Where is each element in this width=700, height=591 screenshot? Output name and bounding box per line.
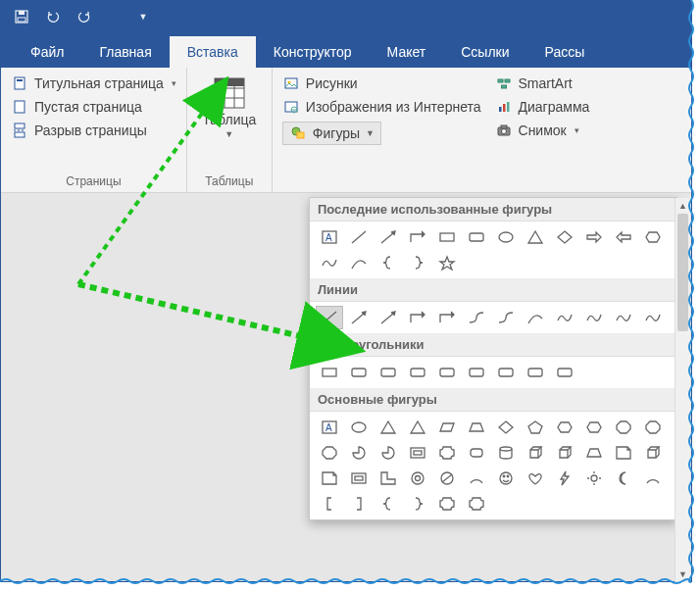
shape-brace2[interactable] [404,492,431,516]
shape-sun[interactable] [580,467,608,490]
shape-noSymbol[interactable] [433,467,461,490]
tab-home[interactable]: Главная [81,36,169,68]
shape-trapezoid[interactable] [463,416,490,439]
shape-frame[interactable] [345,467,373,490]
shape-oval[interactable] [345,416,373,439]
shapes-button[interactable]: Фигуры ▼ [282,122,381,145]
shape-diamond[interactable] [492,416,520,439]
shape-roundrect[interactable] [463,225,490,249]
shape-plaque[interactable] [463,492,490,516]
shape-roundrect[interactable] [551,361,578,384]
shape-line[interactable] [316,306,343,329]
shape-hexagon[interactable] [639,225,667,249]
shape-roundrect[interactable] [522,361,549,384]
shape-triangle[interactable] [375,416,402,439]
shape-octagon[interactable] [639,416,667,439]
shape-octagon[interactable] [316,441,343,465]
shape-cube[interactable] [639,441,667,465]
shape-freeform[interactable] [551,306,578,329]
shape-trapezoid[interactable] [580,441,608,465]
tab-design[interactable]: Конструктор [256,36,370,68]
shape-elbow[interactable] [433,306,461,329]
shape-octagon[interactable] [610,416,637,439]
shape-foldedCorner[interactable] [316,467,343,490]
shape-curve[interactable] [345,251,373,274]
shape-lineArrow[interactable] [375,225,402,249]
screenshot-button[interactable]: Снимок▾ [493,121,592,140]
shape-brace1[interactable] [375,492,402,516]
shape-arrowR[interactable] [580,225,608,249]
tab-insert[interactable]: Вставка [170,36,256,68]
shape-curve[interactable] [522,306,549,329]
online-pictures-button[interactable]: Изображения из Интернета [280,97,483,117]
smartart-button[interactable]: SmartArt [493,74,592,93]
shape-freeform[interactable] [316,251,343,274]
cover-page-button[interactable]: Титульная страница▾ [9,74,178,93]
shape-elbow[interactable] [404,306,431,329]
shape-hexagon[interactable] [580,416,608,439]
shape-star[interactable] [433,251,461,274]
tab-mailings[interactable]: Рассы [527,36,603,68]
shape-connector[interactable] [463,306,490,329]
shape-triangle[interactable] [522,225,549,249]
shape-can[interactable] [463,441,490,465]
shape-roundrect[interactable] [345,361,373,384]
shape-diamond[interactable] [551,225,578,249]
shape-arrowL[interactable] [610,225,637,249]
shape-bracket1[interactable] [316,492,343,516]
page-break-button[interactable]: Разрыв страницы [9,121,178,140]
shape-plaque[interactable] [433,492,461,516]
undo-icon[interactable] [44,8,62,25]
shape-lineArrow[interactable] [375,306,402,329]
shape-foldedCorner[interactable] [610,441,637,465]
shape-lightning[interactable] [551,467,578,490]
scroll-down-icon[interactable]: ▼ [675,566,690,582]
redo-icon[interactable] [75,8,93,25]
shape-triangle[interactable] [404,416,431,439]
shape-rect[interactable] [316,361,343,384]
shape-frame[interactable] [404,441,431,465]
shape-plaque[interactable] [433,441,461,465]
shape-lineArrow[interactable] [345,306,373,329]
scroll-thumb[interactable] [677,214,688,331]
customize-qat-icon[interactable]: ▼ [134,8,152,25]
tab-references[interactable]: Ссылки [443,36,526,68]
pictures-button[interactable]: Рисунки [280,74,483,93]
shape-freeform[interactable] [639,306,667,329]
shape-cube[interactable] [551,441,578,465]
shape-parallelogram[interactable] [433,416,461,439]
shape-roundrect[interactable] [375,361,402,384]
shape-connector[interactable] [492,306,520,329]
blank-page-button[interactable]: Пустая страница [9,97,178,117]
shape-moon[interactable] [610,467,637,490]
save-icon[interactable] [13,8,30,25]
shape-textbox[interactable]: A [316,225,343,249]
shape-arc[interactable] [639,467,667,490]
shape-elbow[interactable] [404,225,431,249]
shape-rect[interactable] [433,225,461,249]
chart-button[interactable]: Диаграмма [493,97,592,117]
shape-hexagon[interactable] [551,416,578,439]
shape-roundrect[interactable] [492,361,520,384]
shape-pentagon[interactable] [522,416,549,439]
shape-brace1[interactable] [375,251,402,274]
shape-roundrect[interactable] [404,361,431,384]
shape-bracket2[interactable] [345,492,373,516]
shape-cylinder[interactable] [492,441,520,465]
scroll-up-icon[interactable]: ▲ [675,198,690,214]
table-button[interactable]: Таблица ▼ [195,72,264,139]
shape-pie[interactable] [375,441,402,465]
shape-oval[interactable] [492,225,520,249]
dropdown-scrollbar[interactable]: ▲ ▼ [675,198,690,582]
shape-pie[interactable] [345,441,373,465]
tab-file[interactable]: Файл [13,36,81,68]
shape-freeform[interactable] [610,306,637,329]
shape-arc[interactable] [463,467,490,490]
tab-layout[interactable]: Макет [370,36,444,68]
shape-roundrect[interactable] [463,361,490,384]
shape-heart[interactable] [522,467,549,490]
shape-textbox[interactable]: A [316,416,343,439]
shape-freeform[interactable] [580,306,608,329]
shape-lshape[interactable] [375,467,402,490]
shape-smiley[interactable] [492,467,520,490]
